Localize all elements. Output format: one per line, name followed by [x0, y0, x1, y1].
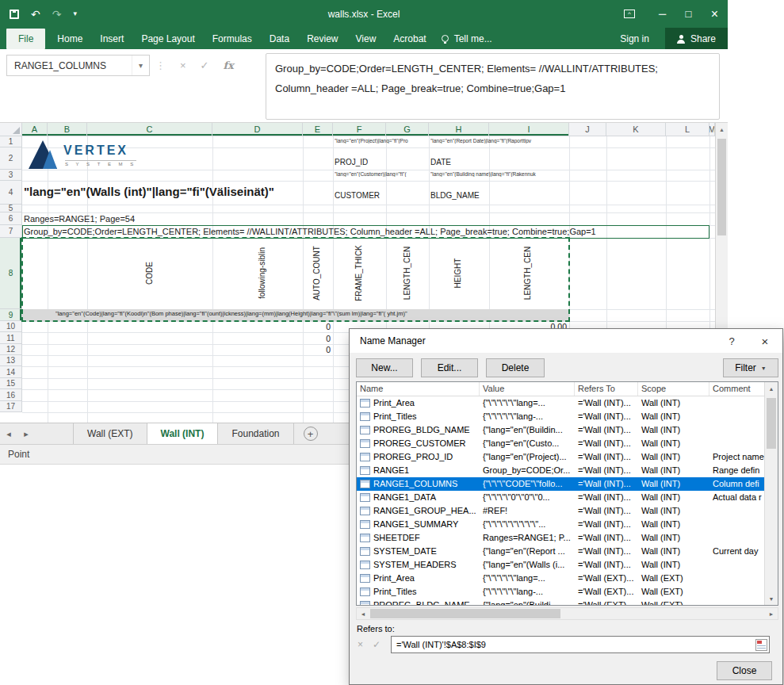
cell-a6[interactable]: Ranges=RANGE1; Page=54: [24, 214, 135, 224]
row-header-4[interactable]: 4: [0, 181, 22, 205]
col-header-g[interactable]: G: [386, 123, 429, 136]
row-header-2[interactable]: 2: [0, 147, 22, 170]
list-scroll-right-icon[interactable]: ►: [765, 608, 778, 619]
filter-button[interactable]: Filter ▼: [723, 358, 778, 377]
cell-e12[interactable]: 0: [305, 345, 331, 354]
row-header-7[interactable]: 7: [0, 225, 22, 238]
row-header-12[interactable]: 12: [0, 344, 22, 355]
insert-function-icon[interactable]: fx: [224, 59, 234, 71]
new-button[interactable]: New...: [356, 358, 413, 377]
tab-page-layout[interactable]: Page Layout: [132, 29, 203, 49]
rotated-header-length-cen[interactable]: LENGTH_CEN: [403, 239, 411, 307]
cell-f2[interactable]: PROJ_ID: [335, 158, 368, 166]
row-header-14[interactable]: 14: [0, 366, 22, 378]
rotated-header-height[interactable]: HEIGHT: [453, 239, 462, 307]
cell-a7[interactable]: Group_by=CODE;Order=LENGTH_CENTER; Eleme…: [24, 227, 707, 236]
row-header-13[interactable]: 13: [0, 355, 22, 366]
sign-in-link[interactable]: Sign in: [604, 33, 665, 44]
dialog-help-icon[interactable]: ?: [715, 330, 748, 353]
rotated-header-auto-count[interactable]: AUTO_COUNT: [312, 239, 321, 307]
list-scrollbar-thumb[interactable]: [767, 398, 776, 449]
maximize-button[interactable]: □: [675, 0, 702, 28]
cell-h2[interactable]: DATE: [430, 158, 451, 166]
cell-h1[interactable]: "lang="en"(Report Date)|lang="fi"(Raport…: [430, 138, 568, 144]
sheet-tab-foundation[interactable]: Foundation: [218, 423, 293, 444]
row-header-15[interactable]: 15: [0, 378, 22, 389]
customize-qat-caret-icon[interactable]: ▾: [73, 10, 77, 17]
sheet-nav-right-icon[interactable]: ▸: [17, 423, 35, 444]
collapse-dialog-range-icon[interactable]: [755, 639, 767, 651]
name-row-print-area-ext[interactable]: Print_Area {"\"\"\"\"\"lang=... ='Wall (…: [357, 572, 778, 585]
dialog-close-button[interactable]: Close: [717, 661, 772, 680]
delete-button[interactable]: Delete: [486, 358, 545, 377]
minimize-button[interactable]: ─: [649, 0, 675, 28]
name-row-range1-columns-selected[interactable]: RANGE1_COLUMNS {"\"\"\"CODE"\"follo... =…: [357, 477, 778, 491]
tell-me-box[interactable]: Tell me...: [442, 33, 492, 44]
dialog-close-icon[interactable]: ×: [748, 330, 782, 353]
col-header-k[interactable]: K: [606, 123, 666, 136]
col-header-f[interactable]: F: [333, 123, 386, 136]
col-header-j[interactable]: J: [569, 123, 606, 136]
scroll-up-icon[interactable]: ▲: [716, 123, 728, 136]
ribbon-display-options-icon[interactable]: ^: [616, 0, 643, 28]
cell-f3[interactable]: "lang="en"(Customer)|lang="fi"(: [335, 171, 427, 177]
col-header-scope[interactable]: Scope: [638, 382, 709, 396]
tab-review[interactable]: Review: [298, 29, 346, 49]
tab-file[interactable]: File: [6, 29, 45, 49]
enter-icon[interactable]: ✓: [201, 59, 209, 71]
col-header-comment[interactable]: Comment: [709, 382, 766, 396]
cell-f1[interactable]: "lang="en"(Project)|lang="fi"(Pro: [335, 138, 427, 144]
cell-h4[interactable]: BLDG_NAME: [430, 191, 480, 200]
list-scroll-left-icon[interactable]: ◄: [357, 608, 369, 619]
name-row-range1-data[interactable]: RANGE1_DATA {"\"\"\"\"0"\"0"\"0... ='Wal…: [357, 491, 778, 504]
tab-acrobat[interactable]: Acrobat: [384, 29, 434, 49]
row-header-3[interactable]: 3: [0, 170, 22, 181]
name-row-range1-group-header[interactable]: RANGE1_GROUP_HEA... #REF! ='Wall (INT)..…: [357, 504, 778, 518]
col-header-refers-to[interactable]: Refers To: [575, 382, 638, 396]
row-header-9[interactable]: 9: [0, 309, 22, 321]
new-sheet-icon[interactable]: +: [304, 427, 318, 441]
cell-h3[interactable]: "lang="en"(Building name)|lang="fi"(Rake…: [430, 171, 568, 177]
refers-cancel-icon[interactable]: ×: [358, 639, 363, 650]
share-button[interactable]: Share: [665, 28, 728, 49]
col-header-l[interactable]: L: [666, 123, 709, 136]
refers-to-input[interactable]: ='Wall (INT)'!$A$8:$I$9: [391, 636, 770, 653]
list-vertical-scrollbar[interactable]: ▲ ▼: [764, 382, 778, 605]
row-header-17[interactable]: 17: [0, 401, 22, 412]
row-header-16[interactable]: 16: [0, 389, 22, 401]
sheet-nav-left-icon[interactable]: ◂: [0, 423, 17, 444]
col-header-c[interactable]: C: [87, 123, 212, 136]
tab-home[interactable]: Home: [48, 29, 91, 49]
cell-f4[interactable]: CUSTOMER: [335, 191, 380, 200]
tab-data[interactable]: Data: [261, 29, 298, 49]
row-header-10[interactable]: 10: [0, 321, 22, 332]
row-header-11[interactable]: 11: [0, 332, 22, 344]
col-header-name[interactable]: Name: [357, 382, 480, 396]
name-row-system-headers[interactable]: SYSTEM_HEADERS {"lang="en"(Walls (i... =…: [357, 558, 778, 572]
col-header-d[interactable]: D: [212, 123, 303, 136]
refers-enter-icon[interactable]: ✓: [373, 639, 381, 650]
save-icon[interactable]: [10, 10, 19, 19]
name-box-value[interactable]: RANGE1_COLUMNS: [7, 60, 132, 71]
name-row-print-titles-int[interactable]: Print_Titles {"\"\"\"\"\"lang-... ='Wall…: [357, 410, 778, 423]
name-row-proreg-bldg-name-ext[interactable]: PROREG_BLDG_NAME {"lang="en"(Buildi... =…: [357, 599, 778, 606]
refers-to-value[interactable]: ='Wall (INT)'!$A$8:$I$9: [392, 640, 755, 649]
names-list[interactable]: Name Value Refers To Scope Comment Print…: [356, 381, 778, 606]
name-box-caret-icon[interactable]: ▾: [132, 55, 149, 75]
list-horizontal-scrollbar-thumb[interactable]: [370, 609, 560, 618]
edit-button[interactable]: Edit...: [421, 358, 478, 377]
rotated-header-following-sibling[interactable]: following-siblin: [258, 239, 266, 307]
cell-row9-labels[interactable]: "lang="en"(Code)|lang="fi"(Koodi)n"(Bom …: [55, 310, 567, 317]
undo-icon[interactable]: ↶: [31, 9, 40, 20]
name-row-sheetdef[interactable]: SHEETDEF Ranges=RANGE1; P... ='Wall (INT…: [357, 531, 778, 545]
cell-a4-title[interactable]: "lang="en"(Walls (int)"|lang="fi"(Välise…: [24, 185, 303, 198]
col-header-h[interactable]: H: [429, 123, 489, 136]
vertical-scrollbar-thumb[interactable]: [717, 139, 726, 235]
col-header-value[interactable]: Value: [480, 382, 575, 396]
col-header-b[interactable]: B: [48, 123, 87, 136]
col-header-a[interactable]: A: [22, 123, 48, 136]
rotated-header-length-cen-2[interactable]: LENGTH_CEN: [523, 239, 532, 307]
name-row-print-titles-ext[interactable]: Print_Titles {"\"\"\"\"\"lang-... ='Wall…: [357, 585, 778, 599]
name-row-system-date[interactable]: SYSTEM_DATE {"lang="en"(Report ... ='Wal…: [357, 545, 778, 558]
name-row-proreg-customer[interactable]: PROREG_CUSTOMER {"lang="en"(Custo... ='W…: [357, 437, 778, 450]
